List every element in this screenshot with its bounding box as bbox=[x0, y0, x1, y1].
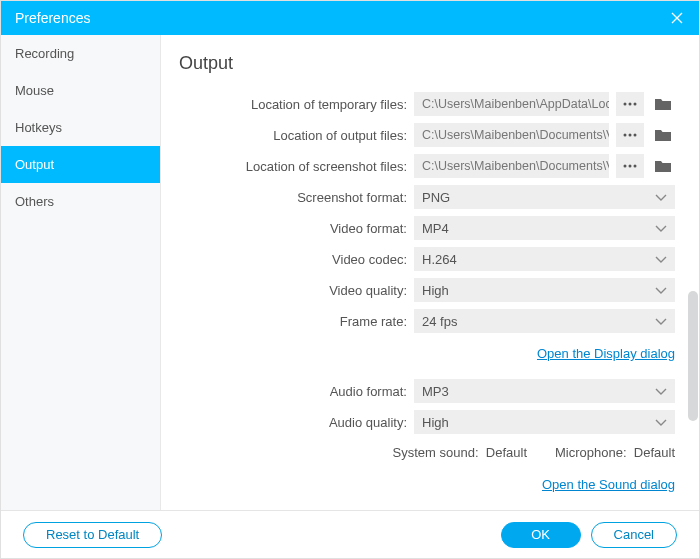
label-screenshot-files: Location of screenshot files: bbox=[179, 159, 407, 174]
select-frame-rate[interactable]: 24 fps bbox=[414, 309, 675, 333]
row-video-format: Video format: MP4 bbox=[179, 216, 675, 240]
label-screenshot-format: Screenshot format: bbox=[179, 190, 407, 205]
row-audio-format: Audio format: MP3 bbox=[179, 379, 675, 403]
select-audio-format[interactable]: MP3 bbox=[414, 379, 675, 403]
svg-point-3 bbox=[624, 134, 627, 137]
main-panel: Output Location of temporary files: C:\U… bbox=[161, 35, 699, 510]
label-temp-files: Location of temporary files: bbox=[179, 97, 407, 112]
row-screenshot-files: Location of screenshot files: C:\Users\M… bbox=[179, 154, 675, 178]
svg-point-6 bbox=[624, 165, 627, 168]
label-video-quality: Video quality: bbox=[179, 283, 407, 298]
svg-point-4 bbox=[629, 134, 632, 137]
label-video-format: Video format: bbox=[179, 221, 407, 236]
microphone-label: Microphone: bbox=[555, 445, 627, 460]
browse-button-temp[interactable] bbox=[616, 92, 644, 116]
svg-point-5 bbox=[634, 134, 637, 137]
chevron-down-icon bbox=[655, 190, 667, 205]
sidebar-item-output[interactable]: Output bbox=[1, 146, 160, 183]
select-audio-quality[interactable]: High bbox=[414, 410, 675, 434]
label-audio-quality: Audio quality: bbox=[179, 415, 407, 430]
link-sound-dialog[interactable]: Open the Sound dialog bbox=[542, 477, 675, 492]
chevron-down-icon bbox=[655, 252, 667, 267]
input-output-files[interactable]: C:\Users\Maibenben\Documents\V bbox=[414, 123, 609, 147]
sidebar-item-recording[interactable]: Recording bbox=[1, 35, 160, 72]
microphone-value: Default bbox=[634, 445, 675, 460]
row-video-quality: Video quality: High bbox=[179, 278, 675, 302]
folder-icon-screenshot[interactable] bbox=[651, 154, 675, 178]
chevron-down-icon bbox=[655, 384, 667, 399]
chevron-down-icon bbox=[655, 221, 667, 236]
input-screenshot-files[interactable]: C:\Users\Maibenben\Documents\V bbox=[414, 154, 609, 178]
svg-point-1 bbox=[629, 103, 632, 106]
close-icon[interactable] bbox=[669, 10, 685, 26]
sidebar-item-hotkeys[interactable]: Hotkeys bbox=[1, 109, 160, 146]
folder-icon-output[interactable] bbox=[651, 123, 675, 147]
cancel-button[interactable]: Cancel bbox=[591, 522, 677, 548]
chevron-down-icon bbox=[655, 314, 667, 329]
label-audio-format: Audio format: bbox=[179, 384, 407, 399]
folder-icon-temp[interactable] bbox=[651, 92, 675, 116]
row-frame-rate: Frame rate: 24 fps bbox=[179, 309, 675, 333]
svg-point-2 bbox=[634, 103, 637, 106]
system-sound-value: Default bbox=[486, 445, 527, 460]
row-video-codec: Video codec: H.264 bbox=[179, 247, 675, 271]
label-output-files: Location of output files: bbox=[179, 128, 407, 143]
sidebar-item-others[interactable]: Others bbox=[1, 183, 160, 220]
sidebar: Recording Mouse Hotkeys Output Others bbox=[1, 35, 161, 510]
system-sound-label: System sound: bbox=[393, 445, 479, 460]
audio-device-status: System sound: Default Microphone: Defaul… bbox=[179, 441, 675, 464]
browse-button-screenshot[interactable] bbox=[616, 154, 644, 178]
reset-button[interactable]: Reset to Default bbox=[23, 522, 162, 548]
sidebar-item-mouse[interactable]: Mouse bbox=[1, 72, 160, 109]
svg-point-0 bbox=[624, 103, 627, 106]
section-title-output: Output bbox=[179, 53, 675, 74]
select-video-codec[interactable]: H.264 bbox=[414, 247, 675, 271]
row-temp-files: Location of temporary files: C:\Users\Ma… bbox=[179, 92, 675, 116]
ok-button[interactable]: OK bbox=[501, 522, 581, 548]
browse-button-output[interactable] bbox=[616, 123, 644, 147]
select-screenshot-format[interactable]: PNG bbox=[414, 185, 675, 209]
select-video-quality[interactable]: High bbox=[414, 278, 675, 302]
chevron-down-icon bbox=[655, 415, 667, 430]
svg-point-8 bbox=[634, 165, 637, 168]
title-bar: Preferences bbox=[1, 1, 699, 35]
footer: Reset to Default OK Cancel bbox=[1, 510, 699, 558]
svg-point-7 bbox=[629, 165, 632, 168]
row-output-files: Location of output files: C:\Users\Maibe… bbox=[179, 123, 675, 147]
window-title: Preferences bbox=[15, 10, 90, 26]
link-display-dialog[interactable]: Open the Display dialog bbox=[537, 346, 675, 361]
chevron-down-icon bbox=[655, 283, 667, 298]
row-screenshot-format: Screenshot format: PNG bbox=[179, 185, 675, 209]
row-audio-quality: Audio quality: High bbox=[179, 410, 675, 434]
scrollbar-thumb[interactable] bbox=[688, 291, 698, 421]
label-frame-rate: Frame rate: bbox=[179, 314, 407, 329]
input-temp-files[interactable]: C:\Users\Maibenben\AppData\Loca bbox=[414, 92, 609, 116]
label-video-codec: Video codec: bbox=[179, 252, 407, 267]
select-video-format[interactable]: MP4 bbox=[414, 216, 675, 240]
